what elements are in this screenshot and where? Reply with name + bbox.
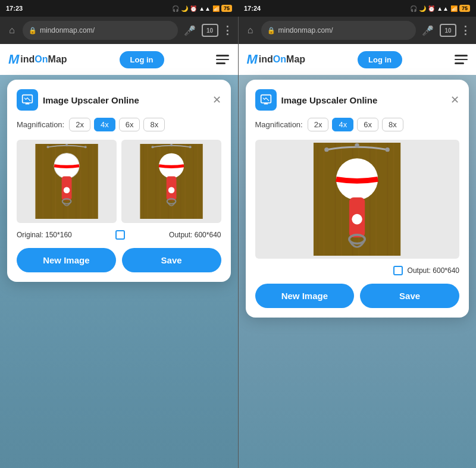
mag-6x-left[interactable]: 6x (119, 118, 140, 131)
modal-icon-left (17, 89, 38, 111)
browser-chrome: ⌂ 🔒 mindonmap.com/ 🎤 10 ⋮ ⌂ 🔒 mindonmap.… (0, 17, 476, 44)
save-button-right[interactable]: Save (360, 284, 459, 308)
upscaled-image-right (255, 140, 460, 259)
moon-icon: 🌙 (181, 5, 188, 12)
panel-right: M indOnMap Log in (239, 44, 477, 468)
action-row-right: New Image Save (255, 284, 460, 308)
wifi-icon: ▲▲ (199, 5, 211, 12)
hamburger-line (216, 62, 226, 64)
mag-row-right: Magnification: 2x 4x 6x 8x (255, 118, 460, 131)
login-button-left[interactable]: Log in (120, 51, 164, 68)
headphone-icon-r: 🎧 (410, 5, 417, 12)
svg-point-12 (64, 187, 70, 193)
svg-rect-0 (23, 95, 33, 103)
battery-right: 75 (459, 5, 470, 12)
hamburger-line-r3 (455, 62, 464, 64)
panel-left: M indOnMap Log in (0, 44, 238, 468)
close-button-left[interactable]: ✕ (212, 95, 221, 105)
tab-count-left[interactable]: 10 (202, 24, 218, 37)
close-button-right[interactable]: ✕ (450, 95, 459, 105)
mag-8x-right[interactable]: 8x (382, 118, 403, 131)
mag-4x-left[interactable]: 4x (94, 118, 115, 131)
mag-row-left: Magnification: 2x 4x 6x 8x (17, 118, 221, 131)
logo-m-left: M (8, 52, 19, 67)
svg-point-19 (151, 146, 154, 148)
browser-right: ⌂ 🔒 mindonmap.com/ 🎤 10 ⋮ (239, 17, 477, 44)
svg-point-33 (355, 143, 359, 147)
mag-2x-right[interactable]: 2x (308, 118, 329, 131)
more-icon-right[interactable]: ⋮ (460, 24, 471, 37)
svg-point-37 (352, 214, 362, 225)
wifi-icon-r: ▲▲ (437, 5, 449, 12)
original-size-left: Original: 150*160 (17, 231, 72, 239)
svg-point-7 (65, 144, 68, 146)
lock-icon-left: 🔒 (29, 27, 37, 34)
more-icon-left[interactable]: ⋮ (222, 24, 233, 37)
new-image-button-left[interactable]: New Image (17, 248, 116, 272)
checkbox-right[interactable] (393, 266, 403, 275)
login-button-right[interactable]: Log in (358, 51, 402, 68)
status-bar-right: 17:24 🎧 🌙 ⏰ ▲▲ 📶 75 (238, 0, 476, 17)
mag-8x-left[interactable]: 8x (143, 118, 165, 131)
new-image-button-right[interactable]: New Image (255, 284, 355, 308)
info-row-left: Original: 150*160 Output: 600*640 (17, 230, 221, 240)
modal-header-right: Image Upscaler Online ✕ (255, 89, 460, 111)
mag-2x-left[interactable]: 2x (69, 118, 90, 131)
logo-left: M indOnMap (8, 52, 67, 67)
svg-point-24 (168, 187, 174, 193)
battery-left: 75 (221, 5, 232, 12)
mag-label-left: Magnification: (17, 120, 64, 129)
status-icons-right: 🎧 🌙 ⏰ ▲▲ 📶 75 (410, 5, 470, 12)
nav-left: M indOnMap Log in (0, 44, 238, 75)
modal-right: Image Upscaler Online ✕ Magnification: 2… (246, 80, 469, 318)
logo-m-right: M (247, 52, 258, 67)
mic-icon-left[interactable]: 🎤 (181, 22, 198, 39)
hamburger-right[interactable] (455, 55, 468, 64)
output-size-right: Output: 600*640 (408, 266, 459, 275)
logo-text-right: indOnMap (259, 54, 305, 65)
status-bar: 17:23 🎧 🌙 ⏰ ▲▲ 📶 75 17:24 🎧 🌙 ⏰ ▲▲ 📶 75 (0, 0, 476, 17)
home-icon-left[interactable]: ⌂ (5, 23, 19, 37)
svg-point-6 (46, 146, 49, 148)
home-icon-right[interactable]: ⌂ (243, 23, 258, 37)
svg-point-20 (170, 144, 173, 146)
modal-title-left: Image Upscaler Online (43, 95, 139, 105)
hamburger-line-r2 (455, 59, 468, 61)
save-button-left[interactable]: Save (122, 248, 221, 272)
signal-icon: 📶 (212, 5, 220, 12)
modal-left: Image Upscaler Online ✕ Magnification: 2… (7, 80, 231, 282)
logo-right: M indOnMap (247, 52, 306, 67)
info-row-right: Output: 600*640 (255, 266, 460, 275)
nav-right: M indOnMap Log in (239, 44, 477, 75)
alarm-icon-r: ⏰ (428, 5, 435, 12)
modal-title-right: Image Upscaler Online (281, 95, 378, 105)
url-text-right: mindonmap.com/ (278, 26, 333, 34)
svg-rect-26 (261, 95, 271, 103)
status-bar-left: 17:23 🎧 🌙 ⏰ ▲▲ 📶 75 (0, 0, 238, 17)
svg-point-21 (189, 146, 191, 148)
action-row-left: New Image Save (17, 248, 221, 272)
time-left: 17:23 (6, 5, 23, 12)
modal-title-row-right: Image Upscaler Online (255, 89, 378, 111)
hamburger-line (216, 59, 229, 61)
url-bar-right[interactable]: 🔒 mindonmap.com/ (261, 21, 416, 40)
browser-left: ⌂ 🔒 mindonmap.com/ 🎤 10 ⋮ (0, 17, 238, 44)
modal-header-left: Image Upscaler Online ✕ (17, 89, 221, 111)
mag-4x-right[interactable]: 4x (332, 118, 353, 131)
checkbox-left[interactable] (115, 230, 125, 240)
signal-icon-r: 📶 (450, 5, 458, 12)
svg-point-34 (386, 147, 390, 152)
moon-icon-r: 🌙 (419, 5, 426, 12)
url-bar-left[interactable]: 🔒 mindonmap.com/ (23, 21, 178, 40)
hamburger-left[interactable] (216, 55, 229, 64)
mic-icon-right[interactable]: 🎤 (419, 22, 436, 39)
main-content: M indOnMap Log in (0, 44, 476, 468)
mag-6x-right[interactable]: 6x (357, 118, 378, 131)
svg-point-8 (84, 146, 86, 148)
lock-icon-right: 🔒 (267, 27, 275, 34)
tab-count-right[interactable]: 10 (440, 24, 456, 37)
upscaled-image-left (121, 140, 221, 223)
headphone-icon: 🎧 (172, 5, 179, 12)
img-comparison-left (17, 140, 221, 223)
url-text-left: mindonmap.com/ (40, 26, 95, 34)
